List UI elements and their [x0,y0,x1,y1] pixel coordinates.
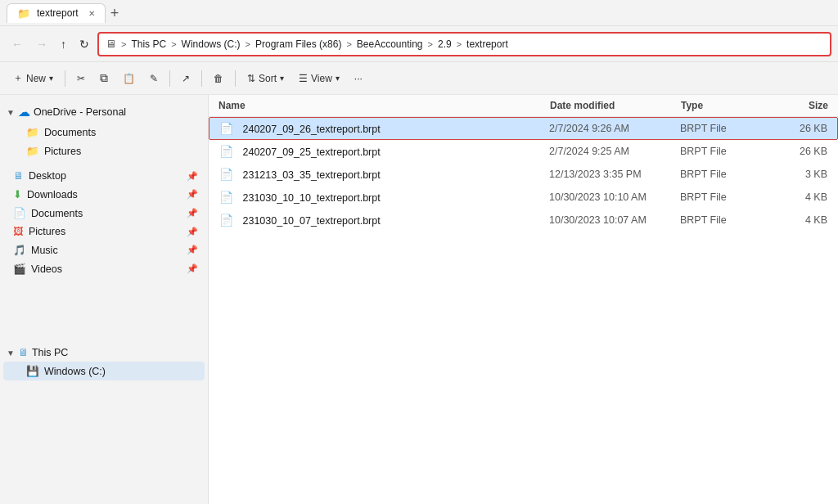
divider-2 [169,70,170,87]
file-size-cell: 26 KB [762,146,827,157]
file-date-cell: 10/30/2023 10:07 AM [549,214,680,226]
close-tab-button[interactable]: ✕ [88,9,95,18]
header-type[interactable]: Type [681,100,763,111]
table-row[interactable]: 📄 231213_03_35_textreport.brpt 12/13/202… [209,163,838,186]
up-icon: ↑ [61,38,66,51]
file-icon: 📄 [219,191,233,204]
pin-icon-videos: 📌 [187,263,198,274]
table-row[interactable]: 📄 240207_09_25_textreport.brpt 2/7/2024 … [209,140,838,163]
computer-icon: 🖥 [106,38,116,50]
file-type-cell: BRPT File [680,169,762,180]
new-button[interactable]: ＋ New ▾ [7,68,60,88]
file-date-cell: 2/7/2024 9:25 AM [549,146,680,157]
cloud-icon: ☁ [18,105,30,119]
file-icon: 📄 [219,214,233,227]
copy-button[interactable]: ⧉ [93,68,115,88]
sort-chevron-icon: ▾ [280,74,284,83]
pictures2-icon: 🖼 [13,226,24,237]
back-button[interactable]: ← [7,34,28,54]
table-row[interactable]: 📄 231030_10_10_textreport.brpt 10/30/202… [209,186,838,209]
header-size[interactable]: Size [763,100,828,111]
sidebar-item-videos[interactable]: 🎬 Videos 📌 [3,259,205,278]
music-icon: 🎵 [13,244,26,256]
pin-icon-desktop: 📌 [187,171,198,182]
file-name-cell: 📄 231030_10_07_textreport.brpt [219,214,549,227]
breadcrumb-thispc: This PC [131,38,166,50]
file-name-cell: 📄 231213_03_35_textreport.brpt [219,168,549,181]
thispc-section: ▼ 🖥 This PC 💾 Windows (C:) [0,344,208,380]
file-size-cell: 3 KB [762,169,827,180]
view-chevron-icon: ▾ [336,74,340,83]
back-icon: ← [11,38,23,51]
file-size-cell: 4 KB [762,191,827,203]
file-name: 231213_03_35_textreport.brpt [242,169,380,181]
header-date[interactable]: Date modified [550,100,681,111]
desktop-label: Desktop [29,170,66,182]
table-row[interactable]: 📄 231030_10_07_textreport.brpt 10/30/202… [209,209,838,232]
file-type-cell: BRPT File [680,123,762,134]
cut-button[interactable]: ✂ [70,70,92,88]
main-layout: ▼ ☁ OneDrive - Personal 📁 Documents 📁 Pi… [0,95,838,504]
onedrive-label: OneDrive - Personal [34,106,126,118]
view-label: View [311,73,332,84]
refresh-button[interactable]: ↻ [74,34,94,54]
onedrive-header[interactable]: ▼ ☁ OneDrive - Personal [0,101,208,123]
up-button[interactable]: ↑ [56,34,71,54]
rename-button[interactable]: ✎ [143,70,164,88]
pc-icon: 🖥 [18,347,29,358]
sidebar-item-pictures[interactable]: 📁 Pictures [3,142,205,160]
breadcrumb-programfiles: Program Files (x86) [255,38,341,50]
cut-icon: ✂ [77,73,85,84]
new-tab-button[interactable]: + [110,6,119,20]
file-size-cell: 4 KB [762,214,827,226]
view-button[interactable]: ☰ View ▾ [292,70,346,88]
more-icon: ··· [354,73,363,84]
active-tab[interactable]: 📁 textreport ✕ [7,3,106,23]
toolbar: ＋ New ▾ ✂ ⧉ 📋 ✎ ↗ 🗑 ⇅ Sort ▾ ☰ View ▾ ··… [0,62,838,95]
documents2-icon: 📄 [13,207,26,219]
documents-label: Documents [44,127,96,138]
sidebar-item-desktop[interactable]: 🖥 Desktop 📌 [3,167,205,185]
music-label: Music [31,245,58,256]
pin-icon-music: 📌 [187,245,198,255]
delete-button[interactable]: 🗑 [207,70,230,88]
table-row[interactable]: 📄 240207_09_26_textreport.brpt 2/7/2024 … [209,117,838,140]
sidebar-item-documents[interactable]: 📁 Documents [3,123,205,142]
sort-button[interactable]: ⇅ Sort ▾ [241,70,291,88]
more-button[interactable]: ··· [348,70,369,88]
file-type-cell: BRPT File [680,146,762,157]
file-icon: 📄 [219,122,233,135]
sidebar-item-windows[interactable]: 💾 Windows (C:) [3,362,205,380]
windows-label: Windows (C:) [44,366,106,377]
sidebar-item-music[interactable]: 🎵 Music 📌 [3,241,205,259]
file-size-cell: 26 KB [762,123,827,134]
forward-button[interactable]: → [31,34,52,54]
nav-bar: ← → ↑ ↻ 🖥 > This PC > Windows (C:) > Pro… [0,26,838,62]
onedrive-chevron-icon: ▼ [7,108,15,117]
refresh-icon: ↻ [79,38,89,51]
thispc-header[interactable]: ▼ 🖥 This PC [0,344,208,362]
paste-icon: 📋 [123,73,135,84]
paste-button[interactable]: 📋 [116,70,142,88]
downloads-icon: ⬇ [13,188,22,200]
new-dropdown-icon: ▾ [49,74,53,83]
file-rows-container: 📄 240207_09_26_textreport.brpt 2/7/2024 … [209,117,838,232]
title-bar: 📁 textreport ✕ + [0,0,838,26]
new-label: New [26,73,46,84]
header-name[interactable]: Name [219,100,550,111]
file-name-cell: 📄 231030_10_10_textreport.brpt [219,191,549,204]
sidebar-item-pictures2[interactable]: 🖼 Pictures 📌 [3,223,205,241]
address-bar[interactable]: 🖥 > This PC > Windows (C:) > Program Fil… [97,32,831,56]
sidebar-item-documents2[interactable]: 📄 Documents 📌 [3,204,205,223]
pictures-label: Pictures [44,146,81,157]
file-name: 240207_09_26_textreport.brpt [242,124,380,135]
sidebar-item-downloads[interactable]: ⬇ Downloads 📌 [3,185,205,204]
share-button[interactable]: ↗ [175,70,196,88]
file-type-cell: BRPT File [680,214,762,226]
rename-icon: ✎ [150,73,158,84]
breadcrumb-29: 2.9 [438,38,452,50]
downloads-label: Downloads [27,189,78,200]
view-icon: ☰ [299,73,308,84]
breadcrumb-beeaccounting: BeeAccounting [357,38,423,50]
sort-icon: ⇅ [247,73,255,84]
